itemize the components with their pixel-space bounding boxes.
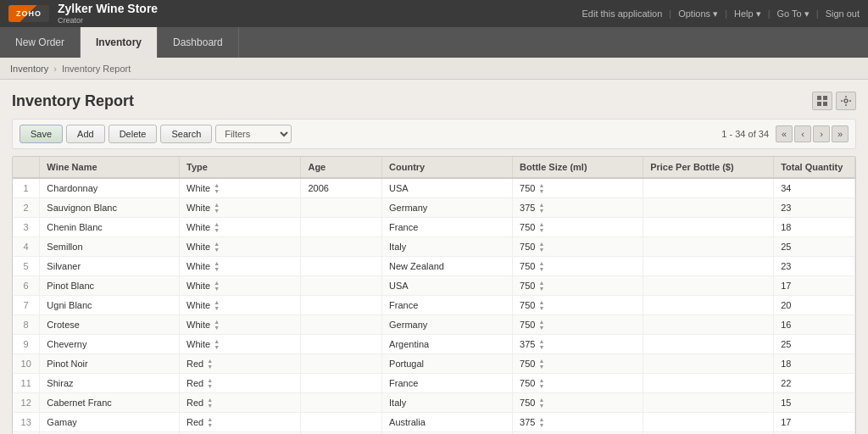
spinner-up[interactable]: ▲ xyxy=(538,182,544,188)
spinner-down[interactable]: ▼ xyxy=(538,247,544,253)
top-bar-right: Edit this application | Options ▾ | Help… xyxy=(582,8,860,19)
spinner-down[interactable]: ▼ xyxy=(538,266,544,272)
help-link[interactable]: Help ▾ xyxy=(734,8,761,19)
filter-select[interactable]: Filters xyxy=(215,125,292,143)
spinner-up[interactable]: ▲ xyxy=(214,182,220,188)
row-number: 5 xyxy=(13,257,40,276)
cell-price xyxy=(643,315,774,335)
spinner-down[interactable]: ▼ xyxy=(214,266,220,272)
spinner-down[interactable]: ▼ xyxy=(538,188,544,194)
goto-link[interactable]: Go To ▾ xyxy=(777,8,810,19)
spinner-down[interactable]: ▼ xyxy=(207,422,213,428)
spinner-up[interactable]: ▲ xyxy=(207,377,213,383)
spinner-down[interactable]: ▼ xyxy=(214,227,220,233)
spinner-down[interactable]: ▼ xyxy=(214,344,220,350)
spinner-up[interactable]: ▲ xyxy=(207,358,213,364)
spinner-up[interactable]: ▲ xyxy=(538,397,544,403)
first-page-btn[interactable]: « xyxy=(776,125,793,142)
spinner-down[interactable]: ▼ xyxy=(207,364,213,370)
spinner-down[interactable]: ▼ xyxy=(538,305,544,311)
spinner-up[interactable]: ▲ xyxy=(214,338,220,344)
spinner-down[interactable]: ▼ xyxy=(214,188,220,194)
search-button[interactable]: Search xyxy=(160,125,212,143)
spinner-up[interactable]: ▲ xyxy=(538,280,544,286)
spinner-up[interactable]: ▲ xyxy=(538,241,544,247)
spinner-up[interactable]: ▲ xyxy=(538,319,544,325)
spinner-down[interactable]: ▼ xyxy=(207,383,213,389)
inventory-table-container: Wine Name Type Age Country Bottle Size (… xyxy=(12,156,856,434)
spinner-up[interactable]: ▲ xyxy=(538,299,544,305)
spinner-down[interactable]: ▼ xyxy=(538,227,544,233)
spinner-up[interactable]: ▲ xyxy=(214,202,220,208)
cell-bottle-size: 375▲▼ xyxy=(513,335,643,354)
spinner-down[interactable]: ▼ xyxy=(538,344,544,350)
spinner-down[interactable]: ▼ xyxy=(538,325,544,331)
cell-price xyxy=(643,178,774,198)
breadcrumb-inventory[interactable]: Inventory xyxy=(10,64,48,74)
cell-type: Red▲▼ xyxy=(180,354,301,374)
cell-country: Germany xyxy=(382,198,513,218)
save-button[interactable]: Save xyxy=(19,125,63,143)
add-button[interactable]: Add xyxy=(66,125,105,143)
spinner-up[interactable]: ▲ xyxy=(538,377,544,383)
next-page-btn[interactable]: › xyxy=(813,125,830,142)
options-link[interactable]: Options ▾ xyxy=(678,8,718,19)
spinner-up[interactable]: ▲ xyxy=(214,280,220,286)
cell-price xyxy=(643,335,774,354)
breadcrumb-report: Inventory Report xyxy=(62,64,131,74)
cell-wine-name: Chardonnay xyxy=(40,178,180,198)
row-number: 10 xyxy=(13,354,40,374)
spinner-down[interactable]: ▼ xyxy=(214,325,220,331)
spinner-up[interactable]: ▲ xyxy=(214,260,220,266)
nav-tab-inventory[interactable]: Inventory xyxy=(81,27,158,58)
spinner-down[interactable]: ▼ xyxy=(538,422,544,428)
cell-qty: 17 xyxy=(774,413,855,432)
spinner-down[interactable]: ▼ xyxy=(538,208,544,214)
grid-view-btn[interactable] xyxy=(812,92,832,110)
spinner-up[interactable]: ▲ xyxy=(538,416,544,422)
spinner-down[interactable]: ▼ xyxy=(538,403,544,409)
spinner-up[interactable]: ▲ xyxy=(207,416,213,422)
nav-tab-new-order[interactable]: New Order xyxy=(0,27,81,58)
delete-button[interactable]: Delete xyxy=(108,125,158,143)
spinner-down[interactable]: ▼ xyxy=(538,286,544,292)
toolbar: Save Add Delete Search Filters 1 - 34 of… xyxy=(12,119,856,149)
cell-bottle-size: 375▲▼ xyxy=(513,198,643,218)
spinner-up[interactable]: ▲ xyxy=(538,338,544,344)
prev-page-btn[interactable]: ‹ xyxy=(794,125,811,142)
cell-qty: 34 xyxy=(774,178,855,198)
row-number: 1 xyxy=(13,178,40,198)
spinner-up[interactable]: ▲ xyxy=(538,358,544,364)
cell-wine-name: Semillon xyxy=(40,237,180,257)
spinner-up[interactable]: ▲ xyxy=(538,260,544,266)
cell-bottle-size: 375▲▼ xyxy=(513,413,643,432)
cell-age xyxy=(301,198,382,218)
edit-app-link[interactable]: Edit this application xyxy=(582,8,663,19)
spinner-down[interactable]: ▼ xyxy=(538,383,544,389)
spinner-down[interactable]: ▼ xyxy=(214,208,220,214)
spinner-up[interactable]: ▲ xyxy=(207,397,213,403)
nav-tab-dashboard[interactable]: Dashboard xyxy=(158,27,239,58)
spinner-up[interactable]: ▲ xyxy=(214,241,220,247)
spinner-down[interactable]: ▼ xyxy=(214,247,220,253)
signout-link[interactable]: Sign out xyxy=(826,8,860,19)
spinner-up[interactable]: ▲ xyxy=(214,319,220,325)
pagination-nav: « ‹ › » xyxy=(776,125,849,142)
settings-btn[interactable] xyxy=(836,92,856,110)
cell-age xyxy=(301,413,382,432)
col-price: Price Per Bottle ($) xyxy=(643,157,774,178)
last-page-btn[interactable]: » xyxy=(832,125,849,142)
cell-age xyxy=(301,354,382,374)
spinner-up[interactable]: ▲ xyxy=(538,202,544,208)
cell-price xyxy=(643,413,774,432)
spinner-down[interactable]: ▼ xyxy=(214,305,220,311)
spinner-up[interactable]: ▲ xyxy=(538,221,544,227)
spinner-down[interactable]: ▼ xyxy=(538,364,544,370)
spinner-down[interactable]: ▼ xyxy=(214,286,220,292)
col-qty: Total Quantity xyxy=(774,157,855,178)
spinner-up[interactable]: ▲ xyxy=(214,221,220,227)
cell-type: White▲▼ xyxy=(180,335,301,354)
spinner-down[interactable]: ▼ xyxy=(207,403,213,409)
spinner-up[interactable]: ▲ xyxy=(214,299,220,305)
cell-age xyxy=(301,218,382,237)
